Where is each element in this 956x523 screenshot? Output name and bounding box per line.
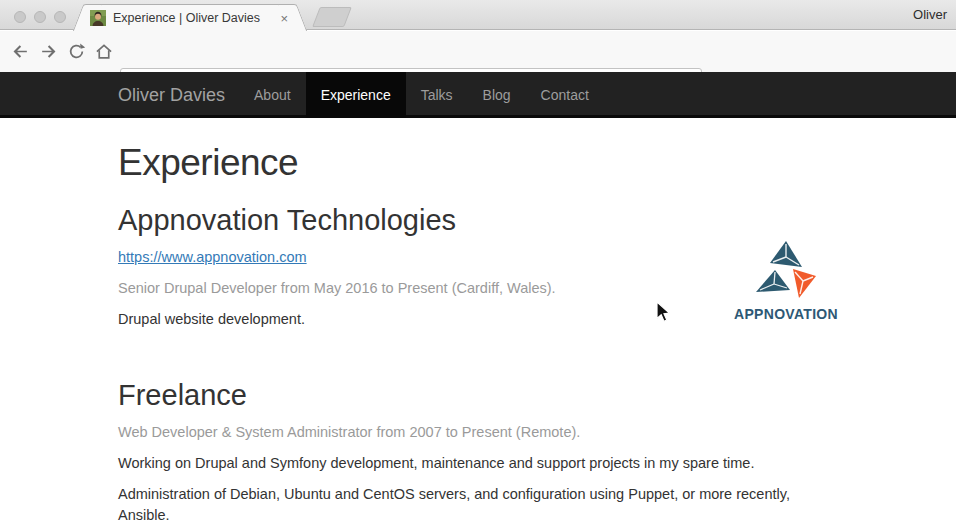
freelance-description-2: Administration of Debian, Ubuntu and Cen… bbox=[118, 484, 838, 523]
favicon-avatar-icon bbox=[90, 10, 106, 26]
nav-item-contact[interactable]: Contact bbox=[526, 72, 604, 118]
page-title: Experience bbox=[118, 142, 838, 184]
section-freelance: Freelance Web Developer & System Adminis… bbox=[118, 379, 838, 523]
nav-item-talks[interactable]: Talks bbox=[406, 72, 468, 118]
back-button[interactable] bbox=[6, 38, 34, 66]
nav-item-experience[interactable]: Experience bbox=[306, 72, 406, 118]
browser-toolbar: Secure https://www.oliverdavies.uk/exper… bbox=[0, 31, 956, 72]
traffic-lights bbox=[14, 11, 66, 23]
close-window-button[interactable] bbox=[14, 11, 26, 23]
appnovation-heading: Appnovation Technologies bbox=[118, 204, 838, 237]
home-button[interactable] bbox=[90, 38, 118, 66]
appnovation-link[interactable]: https://www.appnovation.com bbox=[118, 249, 307, 265]
nav-item-blog[interactable]: Blog bbox=[468, 72, 526, 118]
minimize-window-button[interactable] bbox=[34, 11, 46, 23]
appnovation-logo-text: APPNOVATION bbox=[726, 306, 846, 322]
forward-button[interactable] bbox=[34, 38, 62, 66]
titlebar: Experience | Oliver Davies × Oliver bbox=[0, 0, 956, 30]
freelance-heading: Freelance bbox=[118, 379, 838, 412]
site-navbar: Oliver Davies About Experience Talks Blo… bbox=[0, 72, 956, 118]
freelance-description-1: Working on Drupal and Symfony developmen… bbox=[118, 453, 838, 474]
page-content: Experience Appnovation Technologies http… bbox=[0, 121, 956, 523]
freelance-role-meta: Web Developer & System Administrator fro… bbox=[118, 422, 838, 443]
reload-button[interactable] bbox=[62, 38, 90, 66]
new-tab-button[interactable] bbox=[312, 7, 352, 27]
profile-name[interactable]: Oliver bbox=[913, 7, 947, 22]
nav-item-about[interactable]: About bbox=[239, 72, 306, 118]
appnovation-logo: APPNOVATION bbox=[726, 241, 846, 322]
appnovation-logo-mark bbox=[755, 241, 817, 299]
site-brand[interactable]: Oliver Davies bbox=[118, 72, 225, 118]
nav-buttons bbox=[6, 31, 118, 72]
tab-title: Experience | Oliver Davies bbox=[113, 11, 271, 25]
zoom-window-button[interactable] bbox=[54, 11, 66, 23]
tab-experience[interactable]: Experience | Oliver Davies × bbox=[86, 4, 294, 31]
tab-close-icon[interactable]: × bbox=[278, 12, 290, 25]
